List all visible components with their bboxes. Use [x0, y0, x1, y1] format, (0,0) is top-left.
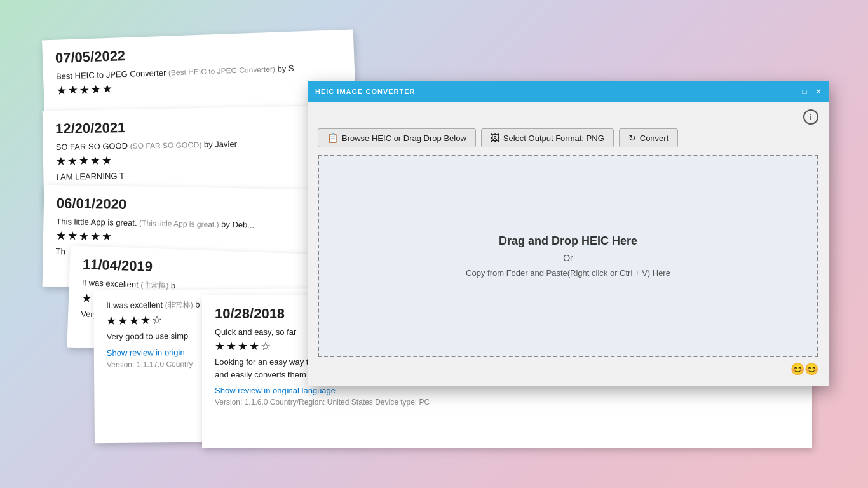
- review-meta-6: Version: 1.1.6.0 Country/Region: United …: [215, 398, 799, 407]
- review-date-2: 12/20/2021: [55, 116, 341, 137]
- app-window: HEIC IMAGE CONVERTER — □ ✕ i 📋 Browse HE…: [308, 81, 829, 386]
- show-review-link-6[interactable]: Show review in original language: [215, 386, 799, 395]
- convert-button[interactable]: ↻ Convert: [619, 128, 679, 147]
- app-title: HEIC IMAGE CONVERTER: [315, 88, 416, 95]
- review-stars-2: ★★★★★: [56, 149, 342, 168]
- toolbar: 📋 Browse HEIC or Drag Drop Below 🖼 Selec…: [318, 128, 818, 147]
- browse-label: Browse HEIC or Drag Drop Below: [342, 133, 466, 143]
- info-icon[interactable]: i: [803, 109, 818, 125]
- format-icon: 🖼: [491, 133, 499, 143]
- convert-label: Convert: [640, 133, 669, 143]
- review-text-2: I AM LEARNING T: [56, 166, 297, 183]
- drop-zone[interactable]: Drag and Drop HEIC Here Or Copy from Fod…: [318, 155, 818, 357]
- app-body: i 📋 Browse HEIC or Drag Drop Below 🖼 Sel…: [308, 102, 829, 386]
- close-button[interactable]: ✕: [813, 86, 824, 97]
- title-bar: HEIC IMAGE CONVERTER — □ ✕: [308, 81, 829, 102]
- convert-icon: ↻: [628, 133, 636, 143]
- drop-zone-or: Or: [563, 253, 573, 263]
- browse-icon: 📋: [327, 133, 338, 143]
- review-date-3: 06/01/2020: [57, 195, 342, 217]
- review-stars-3: ★★★★★: [56, 229, 342, 248]
- info-row: i: [318, 109, 818, 125]
- minimize-button[interactable]: —: [785, 86, 796, 97]
- format-label: Select Output Format: PNG: [503, 133, 604, 143]
- drop-zone-sub: Copy from Foder and Paste(Right click or…: [466, 268, 670, 278]
- bottom-bar: 😊😊: [318, 362, 818, 376]
- browse-button[interactable]: 📋 Browse HEIC or Drag Drop Below: [318, 128, 476, 147]
- bottom-emoji-icons: 😊😊: [790, 362, 818, 376]
- maximize-button[interactable]: □: [799, 86, 810, 97]
- drop-zone-title: Drag and Drop HEIC Here: [499, 234, 637, 248]
- format-button[interactable]: 🖼 Select Output Format: PNG: [481, 128, 614, 147]
- window-controls: — □ ✕: [785, 86, 824, 97]
